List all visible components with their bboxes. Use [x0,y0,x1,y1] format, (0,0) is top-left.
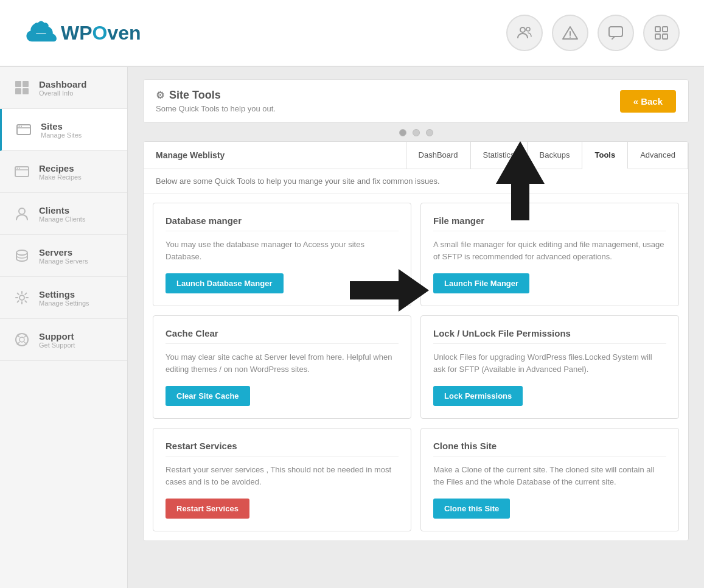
file-manager-desc: A small file manager for quick editing a… [433,239,666,262]
cards-grid: Database manger You may use the database… [144,194,688,541]
dashboard-text: Dashboard Overall Info [39,79,86,97]
cache-clear-title: Cache Clear [166,328,399,344]
grid-header-icon[interactable] [643,15,680,51]
svg-rect-13 [663,34,667,39]
card-clone-site: Clone this Site Make a Clone of the curr… [420,428,679,531]
recipes-sub: Make Recipes [39,173,82,181]
recipes-icon [12,162,32,181]
tab-backups[interactable]: Backups [528,142,583,169]
svg-point-26 [19,295,24,300]
recipes-title: Recipes [39,163,82,173]
clone-site-desc: Make a Clone of the current site. The cl… [433,464,666,488]
support-text: Support Get Support [39,331,75,349]
tab-manage-weblisty: Manage Weblisty [144,142,406,169]
site-tools-title-block: ⚙ Site Tools Some Quick Tools to help yo… [156,89,276,113]
file-manager-title: File manger [433,215,666,231]
logo: WPOven [24,16,141,50]
restart-services-desc: Restart your server services , This shou… [166,464,399,488]
lock-permissions-desc: Unlock Files for upgrading WordPress fil… [433,351,666,375]
tabs-header: Manage Weblisty DashBoard Statistics Bac… [144,142,688,169]
back-button[interactable]: « Back [620,90,676,113]
clone-site-button[interactable]: Clone this Site [433,499,510,519]
sites-text: Sites Manage Sites [41,121,82,139]
restart-services-button[interactable]: Restart Services [166,499,249,519]
svg-rect-14 [15,81,21,87]
sidebar: Dashboard Overall Info Sites Manage Site… [0,67,128,588]
warning-header-icon[interactable] [552,15,588,51]
clear-site-cache-button[interactable]: Clear Site Cache [166,386,250,406]
dot-2 [413,129,420,136]
svg-point-4 [38,21,44,27]
cache-clear-desc: You may clear site cache at Server level… [166,351,399,375]
database-manager-desc: You may use the database manager to Acce… [166,239,399,262]
support-title: Support [39,331,75,341]
sites-title: Sites [41,121,82,131]
tabs-panel: Manage Weblisty DashBoard Statistics Bac… [143,141,689,541]
lock-permissions-button[interactable]: Lock Permissions [433,386,523,406]
clients-icon [12,204,32,223]
tab-tools[interactable]: Tools [582,142,628,169]
clients-title: Clients [39,205,85,215]
card-database-manager: Database manger You may use the database… [153,203,411,306]
servers-icon [12,246,32,265]
svg-rect-10 [655,27,660,32]
servers-title: Servers [39,247,88,257]
launch-database-manager-button[interactable]: Launch Database Manger [166,273,284,293]
settings-title: Settings [39,289,89,299]
card-lock-permissions: Lock / UnLock File Permissions Unlock Fi… [420,315,679,419]
sidebar-item-servers[interactable]: Servers Manage Servers [0,235,127,277]
gear-icon: ⚙ [156,89,164,101]
annotation-container: Manage Weblisty DashBoard Statistics Bac… [143,141,689,541]
sites-sub: Manage Sites [41,131,82,139]
settings-text: Settings Manage Settings [39,289,89,307]
svg-rect-9 [609,27,622,37]
dot-3 [426,129,433,136]
svg-point-23 [19,168,20,169]
support-sub: Get Support [39,341,75,349]
sidebar-item-settings[interactable]: Settings Manage Settings [0,277,127,319]
sidebar-item-clients[interactable]: Clients Manage Clients [0,193,127,235]
clone-site-title: Clone this Site [433,441,666,457]
sidebar-item-dashboard[interactable]: Dashboard Overall Info [0,67,127,109]
logo-cloud-icon [24,16,58,50]
support-icon [12,330,32,349]
svg-point-24 [19,208,25,214]
card-restart-services: Restart Services Restart your server ser… [153,428,411,531]
main-layout: Dashboard Overall Info Sites Manage Site… [0,67,704,588]
svg-rect-12 [655,34,660,39]
svg-point-22 [17,168,18,169]
sites-icon [14,120,33,139]
chat-header-icon[interactable] [598,15,634,51]
svg-point-5 [520,27,525,32]
settings-icon [12,288,32,307]
svg-point-8 [570,37,571,38]
lock-permissions-title: Lock / UnLock File Permissions [433,328,666,344]
svg-point-6 [526,27,530,31]
tab-advanced[interactable]: Advanced [628,142,688,169]
svg-rect-15 [23,81,29,87]
header-icons [506,15,680,51]
settings-sub: Manage Settings [39,299,89,307]
launch-file-manager-button[interactable]: Launch File Manger [433,273,529,293]
sidebar-item-sites[interactable]: Sites Manage Sites [0,109,127,151]
svg-rect-17 [23,88,29,94]
card-file-manager: File manger A small file manager for qui… [420,203,679,306]
restart-services-title: Restart Services [166,441,399,457]
servers-text: Servers Manage Servers [39,247,88,265]
sidebar-item-support[interactable]: Support Get Support [0,319,127,361]
tab-statistics[interactable]: Statistics [471,142,528,169]
svg-point-25 [16,250,27,255]
sidebar-item-recipes[interactable]: Recipes Make Recipes [0,151,127,193]
tab-content-description: Below are some Quick Tools to help you m… [144,169,688,194]
content-area: ⚙ Site Tools Some Quick Tools to help yo… [128,67,704,588]
recipes-text: Recipes Make Recipes [39,163,82,181]
clients-text: Clients Manage Clients [39,205,85,223]
database-manager-title: Database manger [166,215,399,231]
users-header-icon[interactable] [506,15,543,51]
site-tools-title: ⚙ Site Tools [156,89,276,102]
svg-point-20 [21,126,22,127]
tab-dashboard[interactable]: DashBoard [406,142,471,169]
site-tools-header: ⚙ Site Tools Some Quick Tools to help yo… [143,79,689,123]
dot-1 [399,129,406,136]
header: WPOven [0,0,704,67]
